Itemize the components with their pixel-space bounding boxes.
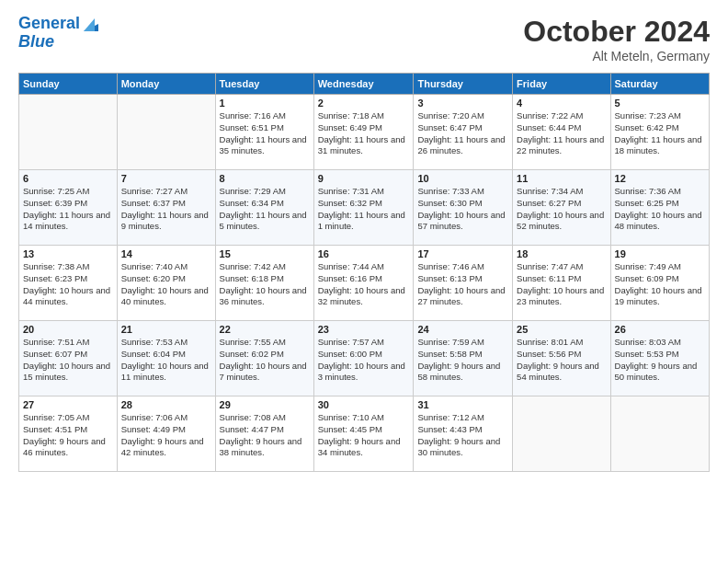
table-row: 31 Sunrise: 7:12 AMSunset: 4:43 PMDaylig…	[414, 396, 513, 472]
calendar-header-row: Sunday Monday Tuesday Wednesday Thursday…	[19, 74, 710, 95]
calendar-week-5: 27 Sunrise: 7:05 AMSunset: 4:51 PMDaylig…	[19, 396, 710, 472]
table-row	[610, 396, 709, 472]
day-number: 3	[417, 98, 508, 109]
table-row: 21 Sunrise: 7:53 AMSunset: 6:04 PMDaylig…	[117, 321, 215, 396]
table-row: 22 Sunrise: 7:55 AMSunset: 6:02 PMDaylig…	[215, 321, 313, 396]
logo-text: General	[18, 15, 80, 33]
table-row: 15 Sunrise: 7:42 AMSunset: 6:18 PMDaylig…	[215, 246, 313, 321]
day-info: Sunrise: 7:44 AMSunset: 6:16 PMDaylight:…	[318, 261, 410, 308]
col-tuesday: Tuesday	[215, 74, 313, 95]
day-number: 31	[417, 399, 508, 410]
day-info: Sunrise: 7:25 AMSunset: 6:39 PMDaylight:…	[23, 186, 113, 233]
day-number: 23	[318, 324, 410, 335]
logo: General Blue	[18, 15, 100, 52]
day-info: Sunrise: 8:01 AMSunset: 5:56 PMDaylight:…	[517, 337, 606, 384]
calendar-week-4: 20 Sunrise: 7:51 AMSunset: 6:07 PMDaylig…	[19, 321, 710, 396]
day-number: 14	[121, 248, 211, 259]
table-row: 18 Sunrise: 7:47 AMSunset: 6:11 PMDaylig…	[513, 246, 610, 321]
col-thursday: Thursday	[414, 74, 513, 95]
table-row: 8 Sunrise: 7:29 AMSunset: 6:34 PMDayligh…	[215, 170, 313, 246]
calendar-week-1: 1 Sunrise: 7:16 AMSunset: 6:51 PMDayligh…	[19, 95, 710, 170]
day-number: 20	[23, 324, 113, 335]
day-info: Sunrise: 7:34 AMSunset: 6:27 PMDaylight:…	[517, 186, 606, 233]
table-row	[19, 95, 118, 170]
table-row: 7 Sunrise: 7:27 AMSunset: 6:37 PMDayligh…	[117, 170, 215, 246]
day-info: Sunrise: 7:42 AMSunset: 6:18 PMDaylight:…	[220, 261, 310, 308]
day-number: 6	[23, 173, 113, 184]
calendar-table: Sunday Monday Tuesday Wednesday Thursday…	[18, 73, 710, 472]
day-info: Sunrise: 7:55 AMSunset: 6:02 PMDaylight:…	[220, 337, 310, 384]
table-row: 23 Sunrise: 7:57 AMSunset: 6:00 PMDaylig…	[313, 321, 414, 396]
day-number: 17	[417, 248, 508, 259]
table-row: 14 Sunrise: 7:40 AMSunset: 6:20 PMDaylig…	[117, 246, 215, 321]
day-info: Sunrise: 7:46 AMSunset: 6:13 PMDaylight:…	[417, 261, 508, 308]
day-number: 15	[220, 248, 310, 259]
main-title: October 2024	[523, 15, 710, 49]
day-number: 10	[417, 173, 508, 184]
day-number: 18	[517, 248, 606, 259]
day-number: 9	[318, 173, 410, 184]
day-info: Sunrise: 7:31 AMSunset: 6:32 PMDaylight:…	[318, 186, 410, 233]
day-info: Sunrise: 7:53 AMSunset: 6:04 PMDaylight:…	[121, 337, 211, 384]
day-number: 11	[517, 173, 606, 184]
day-info: Sunrise: 7:23 AMSunset: 6:42 PMDaylight:…	[615, 110, 705, 157]
day-number: 7	[121, 173, 211, 184]
day-number: 12	[615, 173, 705, 184]
logo-blue-text: Blue	[18, 33, 54, 52]
table-row: 3 Sunrise: 7:20 AMSunset: 6:47 PMDayligh…	[414, 95, 513, 170]
table-row: 10 Sunrise: 7:33 AMSunset: 6:30 PMDaylig…	[414, 170, 513, 246]
table-row: 4 Sunrise: 7:22 AMSunset: 6:44 PMDayligh…	[513, 95, 610, 170]
table-row: 25 Sunrise: 8:01 AMSunset: 5:56 PMDaylig…	[513, 321, 610, 396]
day-info: Sunrise: 7:10 AMSunset: 4:45 PMDaylight:…	[318, 412, 410, 459]
table-row: 16 Sunrise: 7:44 AMSunset: 6:16 PMDaylig…	[313, 246, 414, 321]
day-number: 16	[318, 248, 410, 259]
day-info: Sunrise: 7:59 AMSunset: 5:58 PMDaylight:…	[417, 337, 508, 384]
table-row: 9 Sunrise: 7:31 AMSunset: 6:32 PMDayligh…	[313, 170, 414, 246]
day-number: 19	[615, 248, 705, 259]
day-info: Sunrise: 7:22 AMSunset: 6:44 PMDaylight:…	[517, 110, 606, 157]
calendar-week-2: 6 Sunrise: 7:25 AMSunset: 6:39 PMDayligh…	[19, 170, 710, 246]
logo-icon	[82, 15, 100, 33]
col-sunday: Sunday	[19, 74, 118, 95]
table-row: 29 Sunrise: 7:08 AMSunset: 4:47 PMDaylig…	[215, 396, 313, 472]
table-row: 20 Sunrise: 7:51 AMSunset: 6:07 PMDaylig…	[19, 321, 118, 396]
title-block: October 2024 Alt Meteln, Germany	[523, 15, 710, 63]
table-row: 19 Sunrise: 7:49 AMSunset: 6:09 PMDaylig…	[610, 246, 709, 321]
table-row: 6 Sunrise: 7:25 AMSunset: 6:39 PMDayligh…	[19, 170, 118, 246]
day-info: Sunrise: 7:08 AMSunset: 4:47 PMDaylight:…	[220, 412, 310, 459]
day-info: Sunrise: 7:16 AMSunset: 6:51 PMDaylight:…	[220, 110, 310, 157]
day-number: 26	[615, 324, 705, 335]
day-info: Sunrise: 7:05 AMSunset: 4:51 PMDaylight:…	[23, 412, 113, 459]
day-number: 1	[220, 98, 310, 109]
day-info: Sunrise: 7:29 AMSunset: 6:34 PMDaylight:…	[220, 186, 310, 233]
table-row: 13 Sunrise: 7:38 AMSunset: 6:23 PMDaylig…	[19, 246, 118, 321]
day-info: Sunrise: 7:51 AMSunset: 6:07 PMDaylight:…	[23, 337, 113, 384]
table-row: 28 Sunrise: 7:06 AMSunset: 4:49 PMDaylig…	[117, 396, 215, 472]
day-info: Sunrise: 7:06 AMSunset: 4:49 PMDaylight:…	[121, 412, 211, 459]
day-info: Sunrise: 7:36 AMSunset: 6:25 PMDaylight:…	[615, 186, 705, 233]
day-number: 4	[517, 98, 606, 109]
day-number: 24	[417, 324, 508, 335]
table-row: 24 Sunrise: 7:59 AMSunset: 5:58 PMDaylig…	[414, 321, 513, 396]
day-number: 22	[220, 324, 310, 335]
day-number: 21	[121, 324, 211, 335]
day-number: 30	[318, 399, 410, 410]
day-number: 8	[220, 173, 310, 184]
table-row	[117, 95, 215, 170]
calendar-week-3: 13 Sunrise: 7:38 AMSunset: 6:23 PMDaylig…	[19, 246, 710, 321]
day-info: Sunrise: 7:33 AMSunset: 6:30 PMDaylight:…	[417, 186, 508, 233]
day-number: 25	[517, 324, 606, 335]
table-row: 12 Sunrise: 7:36 AMSunset: 6:25 PMDaylig…	[610, 170, 709, 246]
day-info: Sunrise: 7:57 AMSunset: 6:00 PMDaylight:…	[318, 337, 410, 384]
col-wednesday: Wednesday	[313, 74, 414, 95]
day-info: Sunrise: 7:40 AMSunset: 6:20 PMDaylight:…	[121, 261, 211, 308]
day-info: Sunrise: 7:49 AMSunset: 6:09 PMDaylight:…	[615, 261, 705, 308]
table-row: 17 Sunrise: 7:46 AMSunset: 6:13 PMDaylig…	[414, 246, 513, 321]
day-info: Sunrise: 8:03 AMSunset: 5:53 PMDaylight:…	[615, 337, 705, 384]
day-info: Sunrise: 7:18 AMSunset: 6:49 PMDaylight:…	[318, 110, 410, 157]
col-saturday: Saturday	[610, 74, 709, 95]
day-info: Sunrise: 7:38 AMSunset: 6:23 PMDaylight:…	[23, 261, 113, 308]
day-info: Sunrise: 7:20 AMSunset: 6:47 PMDaylight:…	[417, 110, 508, 157]
day-number: 28	[121, 399, 211, 410]
table-row: 30 Sunrise: 7:10 AMSunset: 4:45 PMDaylig…	[313, 396, 414, 472]
